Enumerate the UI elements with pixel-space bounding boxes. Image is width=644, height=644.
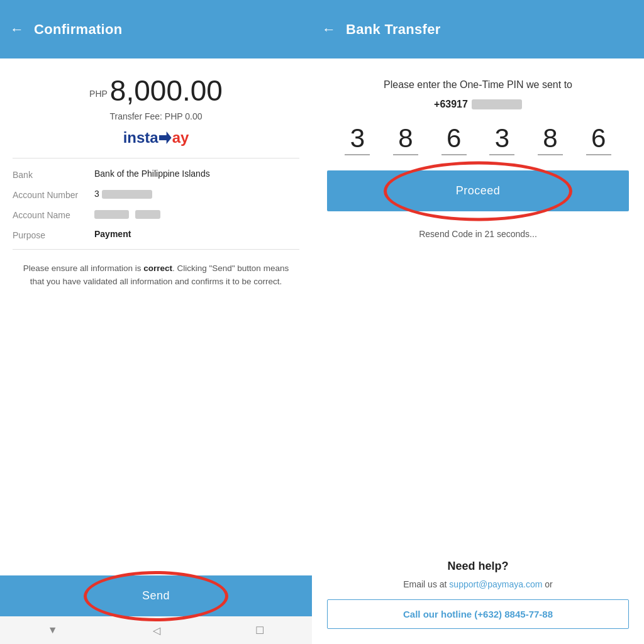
account-name-label: Account Name — [13, 209, 94, 220]
purpose-row: Purpose Payment — [13, 229, 299, 240]
details-section: Bank Bank of the Philippine Islands Acco… — [13, 158, 299, 250]
proceed-button[interactable]: Proceed — [327, 170, 629, 211]
bottom-nav: ▼ ◁ ☐ — [0, 616, 312, 644]
bank-label: Bank — [13, 169, 94, 180]
account-name-row: Account Name — [13, 209, 299, 220]
instapay-arrow-icon — [159, 131, 172, 144]
help-section: Need help? Email us at support@paymaya.c… — [312, 541, 644, 644]
bank-row: Bank Bank of the Philippine Islands — [13, 169, 299, 180]
phone-blurred — [472, 99, 522, 109]
amount-value: 8,000.00 — [110, 74, 223, 107]
currency-label: PHP — [89, 89, 108, 99]
transfer-fee: Transfer Fee: PHP 0.00 — [13, 111, 299, 121]
otp-instruction: Please enter the One-Time PIN we sent to — [327, 77, 629, 92]
bank-value: Bank of the Philippine Islands — [94, 169, 299, 179]
email-suffix: or — [545, 579, 552, 589]
notice-section: Please ensure all information is correct… — [13, 250, 299, 289]
account-number-blur — [102, 190, 152, 199]
account-name-value — [94, 209, 299, 219]
right-content: Please enter the One-Time PIN we sent to… — [312, 58, 644, 541]
account-name-blur1 — [94, 210, 129, 219]
send-button-area: Send ▼ ◁ ☐ — [0, 575, 312, 644]
insta-text: insta — [123, 129, 158, 147]
help-title: Need help? — [327, 560, 629, 573]
amount-section: PHP8,000.00 Transfer Fee: PHP 0.00 insta… — [13, 74, 299, 158]
resend-code-text: Resend Code in 21 seconds... — [327, 229, 629, 239]
email-text: Email us at — [403, 579, 447, 589]
hotline-button[interactable]: Call our hotline (+632) 8845-77-88 — [327, 599, 629, 629]
send-button[interactable]: Send — [0, 575, 312, 616]
account-name-blur2 — [135, 210, 160, 219]
otp-digit-6[interactable]: 6 — [574, 125, 623, 155]
phone-number: +63917 — [327, 99, 629, 110]
right-panel: ← Bank Transfer Please enter the One-Tim… — [312, 0, 644, 644]
purpose-value: Payment — [94, 229, 299, 239]
otp-digit-2[interactable]: 8 — [382, 125, 430, 155]
confirmation-title: Confirmation — [34, 21, 122, 38]
proceed-button-wrapper: Proceed — [327, 170, 629, 211]
account-number-label: Account Number — [13, 189, 94, 200]
back-button-right[interactable]: ← — [322, 21, 336, 38]
nav-back-icon[interactable]: ◁ — [153, 625, 160, 636]
back-button-left[interactable]: ← — [10, 21, 24, 38]
instapay-logo: insta ay — [13, 129, 299, 147]
otp-digit-3[interactable]: 6 — [430, 125, 478, 155]
otp-digit-1[interactable]: 3 — [333, 125, 382, 155]
amount-display: PHP8,000.00 — [13, 74, 299, 108]
bank-transfer-header: ← Bank Transfer — [312, 0, 644, 58]
confirmation-header: ← Confirmation — [0, 0, 312, 58]
left-content: PHP8,000.00 Transfer Fee: PHP 0.00 insta… — [0, 58, 312, 575]
otp-digit-4[interactable]: 3 — [478, 125, 526, 155]
pay-text: ay — [172, 129, 189, 147]
account-number-value: 3 — [94, 189, 299, 199]
email-link[interactable]: support@paymaya.com — [449, 579, 542, 589]
help-email-row: Email us at support@paymaya.com or — [327, 579, 629, 589]
nav-square-icon[interactable]: ☐ — [255, 625, 264, 636]
phone-prefix: +63917 — [434, 99, 468, 110]
otp-digits: 3 8 6 3 8 6 — [327, 125, 629, 155]
left-panel: ← Confirmation PHP8,000.00 Transfer Fee:… — [0, 0, 312, 644]
bank-transfer-title: Bank Transfer — [346, 21, 441, 38]
account-number-row: Account Number 3 — [13, 189, 299, 200]
purpose-label: Purpose — [13, 229, 94, 240]
otp-digit-5[interactable]: 8 — [526, 125, 575, 155]
nav-down-icon[interactable]: ▼ — [48, 625, 58, 636]
